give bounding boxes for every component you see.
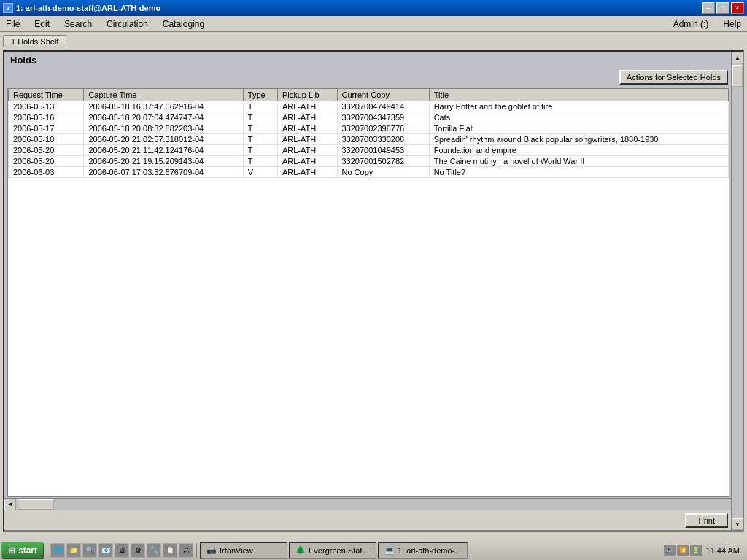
table-header-row: Request Time Capture Time Type Pickup Li…	[9, 89, 729, 101]
cell-2-3: ARL-ATH	[277, 123, 337, 134]
quick-launch-3[interactable]: 🔍	[82, 543, 97, 558]
taskbar-divider	[47, 543, 47, 558]
systray: 🔊 📶 🔋	[664, 545, 702, 556]
table-row[interactable]: 2006-05-172006-05-18 20:08:32.882203-04T…	[9, 123, 729, 134]
cell-3-1: 2006-05-20 21:02:57.318012-04	[84, 134, 243, 145]
cell-2-1: 2006-05-18 20:08:32.882203-04	[84, 123, 243, 134]
scroll-track[interactable]	[732, 63, 743, 518]
actions-button[interactable]: Actions for Selected Holds	[619, 70, 728, 85]
col-capture-time[interactable]: Capture Time	[84, 89, 243, 101]
menu-admin[interactable]: Admin (:)	[670, 18, 712, 31]
quick-launch-4[interactable]: 📧	[98, 543, 113, 558]
table-row[interactable]: 2006-05-202006-05-20 21:11:42.124176-04T…	[9, 145, 729, 156]
taskbar-irfanview[interactable]: 📷 IrfanView	[200, 542, 287, 559]
table-row[interactable]: 2006-05-202006-05-20 21:19:15.209143-04T…	[9, 156, 729, 167]
scroll-left-button[interactable]: ◄	[4, 499, 16, 510]
cell-1-2: T	[243, 112, 277, 123]
evergreen-label: Evergreen Staf...	[309, 546, 369, 555]
horizontal-scrollbar[interactable]: ◄ ►	[4, 498, 743, 510]
cell-3-3: ARL-ATH	[277, 134, 337, 145]
cell-3-2: T	[243, 134, 277, 145]
quick-launch-6[interactable]: ⚙	[131, 543, 145, 558]
cell-5-5: The Caine mutiny : a novel of World War …	[429, 156, 728, 167]
clock: 11:44 AM	[703, 546, 743, 555]
quick-launch-9[interactable]: 🖨	[179, 543, 193, 558]
cell-2-0: 2006-05-17	[9, 123, 84, 134]
cell-1-0: 2006-05-16	[9, 112, 84, 123]
cell-0-3: ARL-ATH	[277, 101, 337, 112]
title-bar-text: 1 1: arl-ath-demo-staff@ARL-ATH-demo	[3, 3, 160, 13]
quick-launch-8[interactable]: 📋	[163, 543, 177, 558]
scroll-down-button[interactable]: ▼	[732, 518, 743, 530]
col-type[interactable]: Type	[243, 89, 277, 101]
cell-5-3: ARL-ATH	[277, 156, 337, 167]
cell-5-1: 2006-05-20 21:19:15.209143-04	[84, 156, 243, 167]
table-row[interactable]: 2006-05-162006-05-18 20:07:04.474747-04T…	[9, 112, 729, 123]
systray-3: 🔋	[690, 545, 702, 556]
cell-6-2: V	[243, 167, 277, 178]
start-icon: ⊞	[8, 545, 15, 556]
taskbar-arl[interactable]: 💻 1: arl-ath-demo-...	[378, 542, 468, 559]
cell-2-5: Tortilla Flat	[429, 123, 728, 134]
cell-3-0: 2006-05-10	[9, 134, 84, 145]
cell-4-3: ARL-ATH	[277, 145, 337, 156]
cell-1-4: 33207004347359	[337, 112, 429, 123]
vertical-scrollbar[interactable]: ▲ ▼	[731, 52, 743, 530]
minimize-button[interactable]: ─	[702, 2, 715, 14]
holds-panel: ▲ ▼ Holds Actions for Selected Holds Req…	[3, 50, 744, 532]
close-button[interactable]: ✕	[731, 2, 744, 14]
start-label: start	[18, 545, 37, 556]
main-area: ▲ ▼ Holds Actions for Selected Holds Req…	[0, 47, 747, 534]
taskbar-divider2	[196, 543, 197, 558]
col-current-copy[interactable]: Current Copy	[337, 89, 429, 101]
menu-help[interactable]: Help	[720, 18, 744, 31]
quick-launch-ie[interactable]: 🌐	[50, 543, 65, 558]
cell-1-1: 2006-05-18 20:07:04.474747-04	[84, 112, 243, 123]
table-row[interactable]: 2006-05-132006-05-18 16:37:47.062916-04T…	[9, 101, 729, 112]
maximize-button[interactable]: □	[716, 2, 729, 14]
hscroll-track[interactable]	[16, 499, 731, 510]
evergreen-icon: 🌲	[295, 545, 306, 555]
holds-title: Holds	[4, 52, 743, 69]
print-button[interactable]: Print	[685, 513, 728, 528]
quick-launch-5[interactable]: 🖥	[115, 543, 129, 558]
tab-holds-shelf[interactable]: 1 Holds Shelf	[3, 35, 66, 47]
taskbar-evergreen[interactable]: 🌲 Evergreen Staf...	[289, 542, 376, 559]
cell-5-2: T	[243, 156, 277, 167]
quick-launch-2[interactable]: 📁	[66, 543, 81, 558]
quick-launch-7[interactable]: 🔧	[147, 543, 161, 558]
cell-0-1: 2006-05-18 16:37:47.062916-04	[84, 101, 243, 112]
cell-6-4: No Copy	[337, 167, 429, 178]
menu-right: Admin (:) Help	[670, 18, 744, 31]
scroll-thumb[interactable]	[732, 65, 743, 87]
cell-0-0: 2006-05-13	[9, 101, 84, 112]
bottom-bar: Print	[4, 510, 743, 530]
holds-table: Request Time Capture Time Type Pickup Li…	[8, 88, 729, 178]
holds-table-container[interactable]: Request Time Capture Time Type Pickup Li…	[7, 88, 729, 497]
menu-search[interactable]: Search	[61, 18, 95, 31]
start-button[interactable]: ⊞ start	[1, 542, 44, 559]
cell-6-1: 2006-06-07 17:03:32.676709-04	[84, 167, 243, 178]
actions-bar: Actions for Selected Holds	[4, 69, 743, 86]
window-title: 1: arl-ath-demo-staff@ARL-ATH-demo	[16, 4, 160, 12]
menu-cataloging[interactable]: Cataloging	[160, 18, 207, 31]
cell-6-0: 2006-06-03	[9, 167, 84, 178]
table-row[interactable]: 2006-06-032006-06-07 17:03:32.676709-04V…	[9, 167, 729, 178]
hscroll-thumb[interactable]	[18, 499, 54, 510]
menu-circulation[interactable]: Circulation	[104, 18, 151, 31]
menu-edit[interactable]: Edit	[31, 18, 53, 31]
col-pickup-lib[interactable]: Pickup Lib	[277, 89, 337, 101]
col-title[interactable]: Title	[429, 89, 728, 101]
col-request-time[interactable]: Request Time	[9, 89, 84, 101]
table-row[interactable]: 2006-05-102006-05-20 21:02:57.318012-04T…	[9, 134, 729, 145]
scroll-up-button[interactable]: ▲	[732, 52, 743, 63]
systray-1: 🔊	[664, 545, 676, 556]
cell-0-2: T	[243, 101, 277, 112]
cell-0-5: Harry Potter and the goblet of fire	[429, 101, 728, 112]
app-icon: 1	[3, 3, 13, 13]
menu-bar: File Edit Search Circulation Cataloging …	[0, 16, 747, 32]
cell-2-2: T	[243, 123, 277, 134]
cell-3-4: 33207003330208	[337, 134, 429, 145]
menu-file[interactable]: File	[3, 18, 23, 31]
cell-4-4: 33207001049453	[337, 145, 429, 156]
